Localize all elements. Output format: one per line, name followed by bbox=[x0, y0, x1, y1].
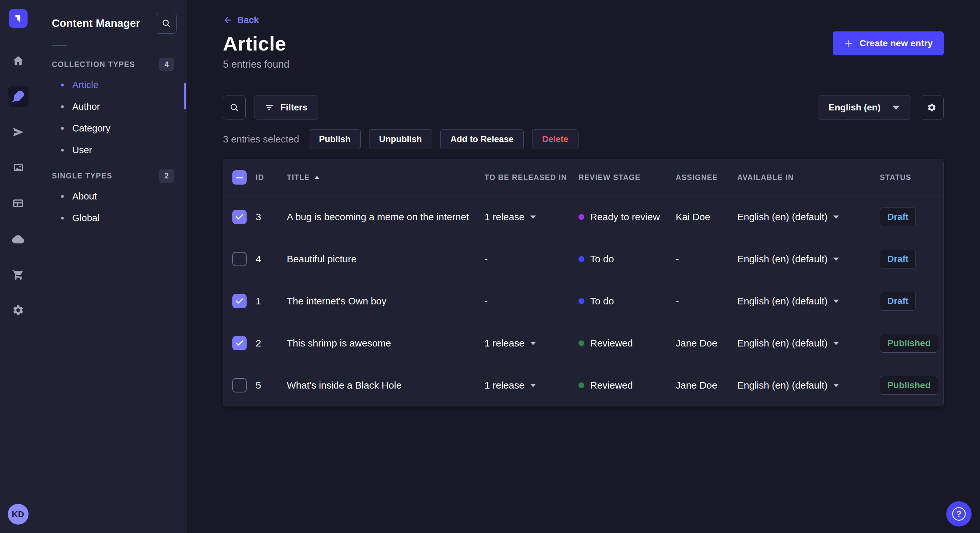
content-type-builder-icon[interactable] bbox=[8, 193, 29, 214]
entry-title: What's inside a Black Hole bbox=[287, 380, 485, 391]
stage-dot-icon bbox=[579, 382, 584, 388]
gear-icon bbox=[927, 103, 937, 113]
row-checkbox[interactable] bbox=[232, 252, 247, 266]
filter-icon bbox=[265, 103, 274, 112]
column-header-review-stage: REVIEW STAGE bbox=[579, 173, 676, 182]
release-paper-plane-icon[interactable] bbox=[8, 122, 29, 143]
sidebar-item-category[interactable]: Category bbox=[36, 117, 187, 139]
content-manager-feather-icon[interactable] bbox=[8, 86, 29, 107]
row-checkbox[interactable] bbox=[232, 294, 247, 308]
locale-value: English (en) bbox=[829, 102, 880, 113]
chevron-down-icon bbox=[530, 215, 537, 219]
page-title: Article bbox=[223, 32, 286, 55]
create-new-entry-button[interactable]: Create new entry bbox=[833, 32, 944, 56]
publish-button[interactable]: Publish bbox=[309, 129, 361, 149]
entry-id: 4 bbox=[256, 254, 287, 265]
row-checkbox[interactable] bbox=[232, 336, 247, 351]
app-root: KD Content Manager COLLECTION TYPES 4 Ar… bbox=[0, 0, 980, 533]
sidebar-item-label: About bbox=[72, 191, 97, 202]
review-stage-cell: Reviewed bbox=[579, 338, 676, 349]
table-row[interactable]: 2 This shrimp is awesome 1 release Revie… bbox=[223, 322, 943, 364]
entry-id: 1 bbox=[256, 296, 287, 307]
sidebar-item-author[interactable]: Author bbox=[36, 96, 187, 117]
sidebar-item-article[interactable]: Article bbox=[36, 74, 187, 96]
search-icon bbox=[161, 19, 171, 28]
review-stage-value: Reviewed bbox=[590, 338, 633, 349]
status-badge: Published bbox=[880, 376, 938, 395]
status-badge: Draft bbox=[880, 292, 916, 311]
release-dropdown[interactable]: 1 release bbox=[485, 338, 579, 349]
delete-button[interactable]: Delete bbox=[532, 129, 579, 149]
back-label: Back bbox=[237, 15, 259, 25]
table-row[interactable]: 4 Beautiful picture - To do - English (e… bbox=[223, 238, 943, 280]
chevron-down-icon bbox=[530, 341, 537, 346]
toolbar: Filters English (en) bbox=[223, 95, 944, 119]
locale-select[interactable]: English (en) bbox=[818, 95, 911, 119]
home-icon[interactable] bbox=[8, 51, 29, 71]
check-icon bbox=[235, 297, 244, 306]
unpublish-button[interactable]: Unpublish bbox=[369, 129, 432, 149]
single-types-count-badge: 2 bbox=[159, 169, 174, 182]
bullet-icon bbox=[61, 195, 64, 198]
main-nav-rail: KD bbox=[0, 0, 36, 533]
chevron-down-icon bbox=[832, 215, 840, 219]
status-badge: Draft bbox=[880, 250, 916, 268]
strapi-logo-icon[interactable] bbox=[9, 9, 27, 28]
review-stage-value: To do bbox=[590, 296, 614, 307]
sidebar-search-button[interactable] bbox=[156, 13, 177, 34]
user-avatar[interactable]: KD bbox=[8, 504, 29, 525]
release-dropdown[interactable]: 1 release bbox=[485, 380, 579, 391]
assignee-value: - bbox=[676, 254, 737, 265]
locale-dropdown[interactable]: English (en) (default) bbox=[737, 296, 880, 307]
release-value: 1 release bbox=[485, 338, 524, 349]
table-row[interactable]: 5 What's inside a Black Hole 1 release R… bbox=[223, 364, 943, 406]
locale-dropdown[interactable]: English (en) (default) bbox=[737, 211, 880, 222]
sort-by-title-button[interactable]: TITLE bbox=[287, 173, 320, 182]
active-item-indicator[interactable] bbox=[184, 83, 186, 109]
sidebar-item-label: Article bbox=[72, 80, 99, 90]
bullet-icon bbox=[61, 149, 64, 152]
locale-dropdown[interactable]: English (en) (default) bbox=[737, 380, 880, 391]
marketplace-cart-icon[interactable] bbox=[8, 264, 29, 285]
back-link[interactable]: Back bbox=[223, 15, 259, 25]
review-stage-cell: To do bbox=[579, 296, 676, 307]
locale-value: English (en) (default) bbox=[737, 254, 827, 265]
settings-gear-icon[interactable] bbox=[8, 300, 29, 320]
row-checkbox[interactable] bbox=[232, 378, 247, 392]
plus-icon bbox=[844, 38, 854, 48]
assignee-value: Jane Doe bbox=[676, 338, 737, 349]
collection-types-label: COLLECTION TYPES bbox=[52, 60, 135, 69]
assignee-value: - bbox=[676, 296, 737, 307]
arrow-left-icon bbox=[223, 15, 233, 25]
stage-dot-icon bbox=[579, 298, 584, 304]
rail-bottom: KD bbox=[0, 496, 36, 533]
review-stage-cell: Ready to review bbox=[579, 211, 676, 222]
collection-types-section: COLLECTION TYPES 4 Article Author Catego… bbox=[36, 57, 187, 161]
chevron-down-icon bbox=[891, 103, 900, 112]
filters-button[interactable]: Filters bbox=[254, 95, 318, 119]
sidebar-item-user[interactable]: User bbox=[36, 139, 187, 161]
locale-value: English (en) (default) bbox=[737, 211, 827, 222]
media-library-icon[interactable] bbox=[8, 157, 29, 178]
chevron-down-icon bbox=[832, 257, 840, 261]
bullet-icon bbox=[61, 217, 64, 219]
table-search-button[interactable] bbox=[223, 95, 246, 119]
entry-title: This shrimp is awesome bbox=[287, 338, 485, 349]
indeterminate-dash-icon bbox=[236, 177, 243, 178]
locale-dropdown[interactable]: English (en) (default) bbox=[737, 338, 880, 349]
row-checkbox[interactable] bbox=[232, 210, 247, 224]
sidebar-item-about[interactable]: About bbox=[36, 186, 187, 207]
entry-id: 2 bbox=[256, 338, 287, 349]
review-stage-value: Ready to review bbox=[590, 211, 660, 222]
sidebar-item-global[interactable]: Global bbox=[36, 207, 187, 229]
release-dropdown[interactable]: 1 release bbox=[485, 211, 579, 222]
view-settings-button[interactable] bbox=[920, 95, 944, 119]
help-button[interactable]: ? bbox=[946, 501, 972, 527]
table-row[interactable]: 1 The internet's Own boy - To do - Engli… bbox=[223, 280, 943, 322]
select-all-checkbox[interactable] bbox=[232, 170, 247, 185]
table-row[interactable]: 3 A bug is becoming a meme on the intern… bbox=[223, 195, 943, 238]
cloud-icon[interactable] bbox=[8, 228, 29, 249]
add-to-release-button[interactable]: Add to Release bbox=[441, 129, 524, 149]
locale-dropdown[interactable]: English (en) (default) bbox=[737, 254, 880, 265]
collection-types-count-badge: 4 bbox=[159, 58, 174, 71]
